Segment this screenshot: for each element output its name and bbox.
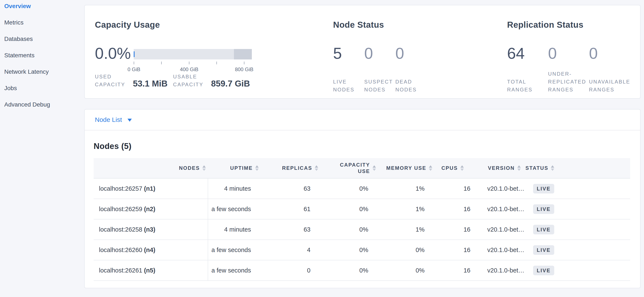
sort-down-icon — [551, 169, 554, 171]
sort-arrows-icon — [372, 165, 376, 171]
sidebar-item-network-latency[interactable]: Network Latency — [4, 69, 84, 75]
column-header[interactable]: REPLICAS — [261, 158, 320, 178]
node-list-dropdown-label: Node List — [95, 116, 122, 123]
cpus-cell: 16 — [434, 219, 480, 240]
node-link[interactable]: localhost:26259(n2) — [99, 206, 155, 212]
cpus-cell: 16 — [434, 199, 480, 219]
sidebar-item-metrics[interactable]: Metrics — [4, 19, 84, 25]
axis-tick — [134, 61, 134, 64]
sort-arrows-icon — [517, 165, 521, 171]
node-link[interactable]: localhost:26257(n1) — [99, 185, 155, 192]
sort-up-icon — [202, 165, 206, 168]
capacity-use-cell: 0% — [320, 178, 378, 199]
node-link[interactable]: localhost:26261(n5) — [99, 267, 155, 274]
node-list-panel: Node List Nodes (5) — [84, 109, 640, 288]
axis-label: 800 GiB — [235, 66, 254, 72]
column-header[interactable]: CAPACITY USE — [320, 158, 378, 178]
column-header[interactable]: CPUS — [434, 158, 480, 178]
node-status-stats: 5 LIVE NODES 0 SUSPECT — [333, 45, 507, 93]
table-row: localhost:26261(n5) a few seconds 0 0% 0… — [94, 260, 630, 281]
main-content: Capacity Usage 0.0% 0 GiB — [84, 0, 644, 297]
sidebar-nav: Overview Metrics Databases Statements Ne… — [0, 0, 84, 297]
column-header[interactable]: STATUS — [526, 158, 630, 178]
column-header[interactable]: UPTIME — [208, 158, 261, 178]
memory-use-cell: 1% — [378, 199, 434, 219]
sidebar-item-advanced-debug[interactable]: Advanced Debug — [4, 102, 84, 108]
axis-tick — [244, 61, 244, 64]
version-cell: v20.1.0-bet… — [480, 260, 526, 281]
replication-stats: 64 TOTAL RANGES 0 UNDER- — [507, 45, 630, 93]
sort-arrows-icon — [315, 165, 318, 171]
status-badge: LIVE — [533, 266, 554, 275]
sort-arrows-icon — [551, 165, 554, 171]
uptime-cell: 4 minutes — [208, 219, 261, 240]
sidebar-item-overview[interactable]: Overview — [4, 3, 84, 9]
app-layout: Overview Metrics Databases Statements Ne… — [0, 0, 644, 297]
nodes-table-section: Nodes (5) N — [85, 141, 640, 288]
nodes-count-title: Nodes (5) — [94, 141, 630, 151]
replicas-cell: 63 — [261, 219, 320, 240]
sort-arrows-icon — [202, 165, 206, 171]
capacity-use-cell: 0% — [320, 260, 378, 281]
replicas-cell: 0 — [261, 260, 320, 281]
node-link[interactable]: localhost:26258(n3) — [99, 226, 155, 233]
table-header-row: NODES — [94, 158, 630, 178]
sidebar-item-jobs[interactable]: Jobs — [4, 85, 84, 91]
chevron-down-icon — [128, 119, 132, 122]
version-cell: v20.1.0-bet… — [480, 219, 526, 240]
status-cell: LIVE — [526, 199, 630, 219]
node-link[interactable]: localhost:26260(n4) — [99, 247, 155, 253]
column-header[interactable]: MEMORY USE — [378, 158, 434, 178]
sort-down-icon — [255, 169, 259, 171]
node-address-cell: localhost:26260(n4) — [94, 240, 208, 260]
sort-down-icon — [372, 169, 376, 171]
usable-capacity-label: USABLE CAPACITY — [173, 73, 204, 88]
memory-use-cell: 0% — [378, 240, 434, 260]
column-header[interactable]: VERSION — [480, 158, 526, 178]
cpus-cell: 16 — [434, 240, 480, 260]
used-capacity-label: USED CAPACITY — [95, 73, 125, 88]
capacity-use-cell: 0% — [320, 199, 378, 219]
sort-down-icon — [460, 169, 464, 171]
capacity-percent: 0.0% — [95, 45, 131, 62]
node-address-cell: localhost:26258(n3) — [94, 219, 208, 240]
table-body: localhost:26257(n1) 4 minutes 63 0% 1% 1… — [94, 178, 630, 281]
stat-block: 64 TOTAL RANGES — [507, 45, 548, 93]
status-badge: LIVE — [533, 204, 554, 214]
stat-block: 5 LIVE NODES — [333, 45, 364, 93]
node-address-cell: localhost:26261(n5) — [94, 260, 208, 281]
status-badge: LIVE — [533, 225, 554, 234]
cpus-cell: 16 — [434, 178, 480, 199]
stat-label: DEAD NODES — [395, 70, 426, 93]
table-row: localhost:26257(n1) 4 minutes 63 0% 1% 1… — [94, 178, 630, 199]
axis-label: 0 GiB — [128, 66, 140, 72]
node-list-dropdown[interactable]: Node List — [85, 109, 640, 130]
sort-up-icon — [460, 165, 464, 168]
stat-block: 0 UNDER- REPLICATED RANGES — [548, 45, 589, 93]
status-cell: LIVE — [526, 240, 630, 260]
nodes-table: NODES — [94, 158, 630, 281]
replication-status-section: Replication Status 64 TOTAL RANGES — [507, 15, 630, 88]
node-address-cell: localhost:26257(n1) — [94, 178, 208, 199]
sidebar-item-statements[interactable]: Statements — [4, 52, 84, 58]
sidebar-item-databases[interactable]: Databases — [4, 36, 84, 42]
stat-value: 0 — [548, 45, 589, 62]
stat-value: 0 — [364, 45, 395, 62]
capacity-gauge: 0.0% 0 GiB 400 GiB — [95, 45, 333, 62]
version-cell: v20.1.0-bet… — [480, 199, 526, 219]
node-address-cell: localhost:26259(n2) — [94, 199, 208, 219]
status-cell: LIVE — [526, 178, 630, 199]
sort-down-icon — [202, 169, 206, 171]
node-status-title: Node Status — [333, 20, 507, 30]
used-capacity-value: 53.1 MiB — [133, 79, 168, 88]
replicas-cell: 61 — [261, 199, 320, 219]
replicas-cell: 4 — [261, 240, 320, 260]
uptime-cell: a few seconds — [208, 260, 261, 281]
sort-arrows-icon — [255, 165, 259, 171]
replicas-cell: 63 — [261, 178, 320, 199]
version-cell: v20.1.0-bet… — [480, 178, 526, 199]
capacity-bar-chart: 0 GiB 400 GiB 800 GiB — [134, 45, 252, 62]
capacity-used-marker — [134, 51, 134, 57]
column-header[interactable]: NODES — [94, 158, 208, 178]
stat-block: 0 SUSPECT NODES — [364, 45, 395, 93]
